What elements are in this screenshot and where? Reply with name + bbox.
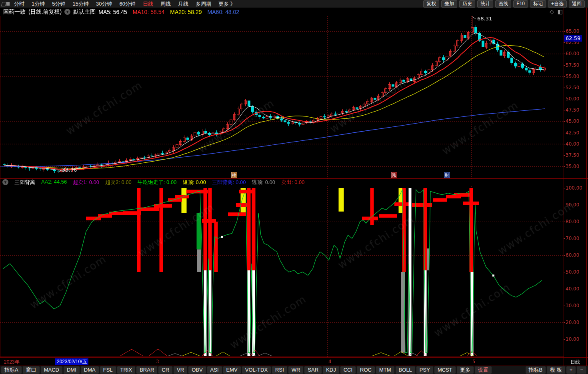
toolbar-button[interactable]: MCST	[434, 366, 456, 374]
toolbar-button[interactable]: TRIX	[117, 366, 136, 374]
toolbar-right-button[interactable]: +	[566, 366, 576, 374]
top-right-buttons: 复权叠加历史统计画线F10标记+自选返回	[423, 0, 588, 8]
axis-tick	[564, 339, 565, 340]
main-chart-label: 默认主图	[73, 8, 96, 16]
event-badge[interactable]: 榜	[231, 172, 237, 178]
period-tab[interactable]: 1分钟	[28, 0, 48, 8]
price-axis-label: 52.50	[566, 85, 579, 90]
chevron-down-icon[interactable]: ▼	[64, 9, 70, 15]
toolbar-button[interactable]: DMI	[64, 366, 80, 374]
axis-tick	[564, 322, 565, 323]
indicator-chart-canvas[interactable]	[0, 186, 564, 357]
period-tab[interactable]: 日线	[139, 0, 157, 8]
toolbar-button[interactable]: FSL	[100, 366, 116, 374]
toolbar-right-button[interactable]: −	[577, 366, 586, 374]
period-detail: (日线.前复权)	[28, 8, 62, 16]
toolbar-button[interactable]: KDJ	[323, 366, 339, 374]
main-chart-canvas[interactable]	[0, 16, 564, 178]
ma-legend: MA5: 56.45MA10: 58.54MA20: 58.29MA60: 48…	[98, 9, 239, 15]
top-right-button[interactable]: F10	[513, 0, 528, 8]
toolbar-button[interactable]: DMA	[81, 366, 99, 374]
price-axis-label: 40.00	[566, 141, 579, 147]
top-right-button[interactable]: 返回	[569, 0, 585, 8]
toolbar-button[interactable]: VOL-TDX	[242, 366, 271, 374]
date-axis: 2023年 2023/02/10/五 日线 345	[0, 358, 588, 366]
window-icon[interactable]	[2, 1, 10, 6]
period-tab[interactable]: 60分钟	[116, 0, 139, 8]
toolbar-button[interactable]: 窗口	[23, 366, 40, 374]
toolbar-button[interactable]: MACD	[41, 366, 62, 374]
axis-tick	[564, 31, 565, 32]
toolbar-right-button[interactable]: 指标B	[526, 366, 546, 374]
indicator-axis-label: 50.00	[566, 269, 579, 275]
current-price-marker: 62.59	[564, 35, 582, 42]
toolbar-button[interactable]: ROC	[357, 366, 375, 374]
toolbar-button[interactable]: WR	[288, 366, 304, 374]
indicator-axis-label: 20.00	[566, 320, 579, 325]
toolbar-button[interactable]: ASI	[207, 366, 222, 374]
chevron-down-icon[interactable]: ▼	[2, 179, 8, 185]
selected-date-label[interactable]: 2023/02/10/五	[55, 358, 88, 365]
price-axis-label: 35.00	[566, 164, 579, 169]
toolbar-button[interactable]: BRAR	[136, 366, 157, 374]
toolbar-right-button[interactable]: 模 板	[547, 366, 565, 374]
toolbar-button[interactable]: OBV	[188, 366, 206, 374]
toolbar-button[interactable]: MTM	[376, 366, 394, 374]
event-badge[interactable]: 涨	[391, 172, 397, 178]
period-tab[interactable]: 分时	[10, 0, 28, 8]
axis-tick	[564, 188, 565, 188]
indicator-legend: ▼ 三阳背离 AA2: 44.56超卖1: 0.00超卖2: 0.00牛吃饱走了…	[0, 179, 563, 186]
period-tab[interactable]: 月线	[174, 0, 192, 8]
price-axis-label: 60.00	[566, 51, 579, 56]
indicator-axis-label: 80.00	[566, 219, 579, 224]
toolbar-button[interactable]: PSY	[416, 366, 433, 374]
axis-tick	[564, 88, 565, 88]
event-badge[interactable]: 财	[444, 172, 450, 178]
axis-tick	[564, 238, 565, 239]
period-tab[interactable]: 更多 》	[215, 0, 239, 8]
top-right-button[interactable]: 标记	[530, 0, 546, 8]
top-right-button[interactable]: 画线	[495, 0, 511, 8]
axis-tick	[564, 65, 565, 66]
toolbar-button[interactable]: 指标A	[1, 366, 22, 374]
top-right-button[interactable]: 统计	[477, 0, 493, 8]
indicator-axis-label: 100.00	[566, 185, 582, 191]
period-tab[interactable]: 5分钟	[48, 0, 69, 8]
indicator-field-value: 逃顶: 0.00	[252, 179, 275, 186]
toolbar-button[interactable]: 更多	[457, 366, 474, 374]
period-tab[interactable]: 15分钟	[69, 0, 92, 8]
toolbar-button[interactable]: CCI	[340, 366, 356, 374]
top-right-button[interactable]: 叠加	[441, 0, 457, 8]
diamond-icon[interactable]: ◇	[550, 8, 554, 15]
month-label: 4	[328, 359, 332, 364]
indicator-axis-label: 30.00	[566, 303, 579, 308]
period-tab[interactable]: 周线	[157, 0, 174, 8]
settings-button[interactable]: 设置	[475, 366, 492, 374]
split-panel-icon[interactable]: ◧	[558, 8, 563, 15]
axis-tick	[564, 54, 565, 54]
toolbar-button[interactable]: RSI	[272, 366, 287, 374]
date-axis-top-line	[0, 357, 588, 358]
top-right-button[interactable]: 复权	[423, 0, 439, 8]
high-annotation: 68.31	[477, 16, 492, 22]
price-axis-label: 55.00	[566, 74, 579, 79]
indicator-title: 三阳背离	[14, 179, 35, 186]
toolbar-button[interactable]: VR	[174, 366, 187, 374]
period-tab[interactable]: 30分钟	[92, 0, 116, 8]
toolbar-button[interactable]: EMV	[223, 366, 241, 374]
indicator-field-value: 卖出: 0.00	[281, 179, 305, 186]
toolbar-button[interactable]: SAR	[304, 366, 322, 374]
period-tab[interactable]: 多周期	[192, 0, 215, 8]
axis-tick	[564, 155, 565, 156]
top-right-button[interactable]: 历史	[459, 0, 475, 8]
toolbar-button[interactable]: BOLL	[396, 366, 415, 374]
toolbar-button[interactable]: CR	[158, 366, 172, 374]
low-annotation: 33.76	[62, 167, 77, 173]
indicator-field-value: 短顶: 0.00	[182, 179, 206, 186]
ma-value-label: MA10: 58.54	[133, 9, 164, 15]
top-right-button[interactable]: +自选	[548, 0, 567, 8]
axis-tick	[564, 110, 565, 110]
price-axis-label: 47.50	[566, 107, 579, 113]
indicator-field-value: 超卖2: 0.00	[105, 179, 132, 186]
ma-value-label: MA20: 58.29	[170, 9, 202, 15]
